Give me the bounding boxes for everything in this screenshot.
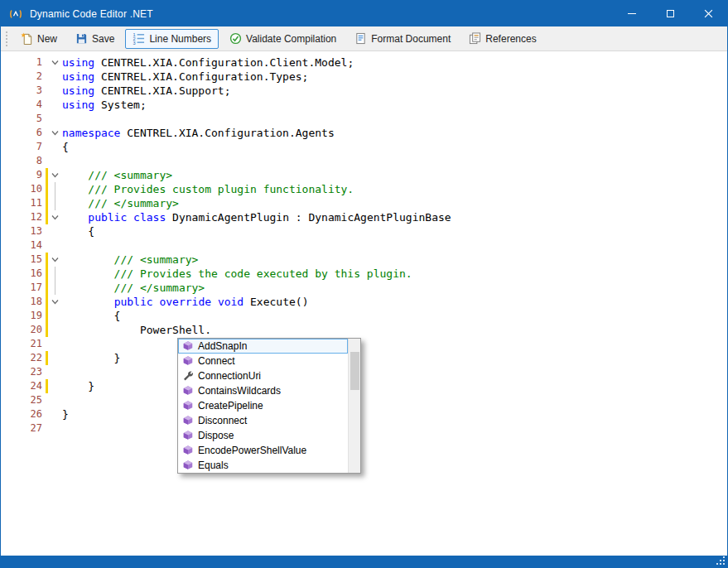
autocomplete-popup: AddSnapInConnectConnectionUriContainsWil… (177, 338, 361, 474)
code-text: { (62, 309, 120, 323)
code-editor[interactable]: 1using CENTREL.XIA.Configuration.Client.… (2, 51, 726, 556)
autocomplete-item[interactable]: AddSnapIn (178, 339, 348, 354)
toolbar-button-validate-compilation[interactable]: Validate Compilation (222, 29, 344, 49)
autocomplete-scrollbar[interactable] (348, 339, 360, 473)
code-line[interactable]: 22 } (2, 351, 726, 365)
code-line[interactable]: 27 (2, 421, 726, 436)
code-line[interactable]: 14 (2, 238, 726, 253)
code-line[interactable]: 23 (2, 365, 726, 379)
code-line[interactable]: 8 (2, 154, 726, 168)
code-text: /// </summary> (62, 196, 179, 210)
fold-toggle-icon[interactable] (48, 126, 62, 140)
code-text: using CENTREL.XIA.Configuration.Types; (62, 70, 308, 84)
toolbar-button-save[interactable]: Save (68, 29, 122, 49)
code-line[interactable]: 21 (2, 337, 726, 351)
code-text: using CENTREL.XIA.Support; (62, 84, 231, 98)
references-icon (469, 32, 481, 45)
autocomplete-item[interactable]: Equals (178, 458, 348, 473)
code-line[interactable]: 11 /// </summary> (2, 196, 726, 210)
autocomplete-item-label: Dispose (198, 430, 234, 441)
code-line[interactable]: 13 { (2, 224, 726, 238)
svg-text:3: 3 (133, 41, 136, 45)
fold-toggle-icon[interactable] (48, 210, 62, 224)
line-number: 5 (5, 112, 42, 126)
code-line[interactable]: 12 public class DynamicAgentPlugin : Dyn… (2, 210, 726, 224)
code-keyword: class (133, 211, 166, 224)
status-bar (1, 556, 727, 567)
code-text: { (62, 140, 69, 154)
close-button[interactable] (689, 1, 727, 26)
line-number: 4 (5, 98, 42, 112)
titlebar: Dynamic Code Editor .NET (1, 1, 727, 26)
code-plain: CENTREL.XIA.Configuration.Agents (120, 127, 334, 139)
code-line[interactable]: 25 (2, 393, 726, 407)
autocomplete-item[interactable]: Connect (178, 354, 348, 368)
fold-region-line (48, 267, 62, 281)
line-number: 12 (5, 210, 42, 224)
line-number: 15 (5, 253, 42, 267)
autocomplete-item[interactable]: Disconnect (178, 413, 348, 428)
code-plain: { (62, 310, 120, 322)
autocomplete-item[interactable]: EncodePowerShellValue (178, 443, 348, 458)
minimize-button[interactable] (613, 1, 651, 26)
code-line[interactable]: 24 } (2, 379, 726, 393)
toolbar-button-new[interactable]: New (13, 29, 65, 49)
autocomplete-item[interactable]: Dispose (178, 428, 348, 443)
code-line[interactable]: 16 /// Provides the code executed by thi… (2, 267, 726, 281)
code-line[interactable]: 1using CENTREL.XIA.Configuration.Client.… (2, 55, 726, 70)
code-line[interactable]: 2using CENTREL.XIA.Configuration.Types; (2, 70, 726, 84)
fold-spacer (48, 421, 62, 436)
code-line[interactable]: 6namespace CENTREL.XIA.Configuration.Age… (2, 126, 726, 140)
code-plain: DynamicAgentPlugin : DynamicAgentPluginB… (166, 211, 451, 224)
autocomplete-item[interactable]: ConnectionUri (178, 368, 348, 383)
code-text: PowerShell. (62, 323, 211, 337)
toolbar-button-references[interactable]: References (461, 29, 543, 49)
line-number: 16 (5, 267, 42, 281)
method-icon (181, 445, 194, 456)
maximize-button[interactable] (651, 1, 689, 26)
code-line[interactable]: 7{ (2, 140, 726, 154)
scrollbar-thumb[interactable] (350, 352, 359, 390)
autocomplete-item-label: Equals (198, 460, 229, 471)
code-plain (62, 296, 114, 308)
code-line[interactable]: 20 PowerShell. (2, 323, 726, 337)
code-comment: /// <summary> (62, 169, 172, 181)
code-comment: /// Provides the code executed by this p… (62, 267, 412, 280)
code-line[interactable]: 18 public override void Execute() (2, 295, 726, 309)
fold-spacer (48, 393, 62, 407)
code-line[interactable]: 19 { (2, 309, 726, 323)
code-text: /// </summary> (62, 281, 205, 295)
code-keyword: using (62, 56, 94, 69)
toolbar-button-format-document[interactable]: Format Document (347, 29, 458, 49)
code-line[interactable]: 15 /// <summary> (2, 253, 726, 267)
app-icon (9, 7, 22, 21)
code-line[interactable]: 10 /// Provides custom plugin functional… (2, 182, 726, 196)
code-plain (211, 296, 218, 308)
window-title: Dynamic Code Editor .NET (30, 8, 613, 20)
toolbar-button-label: References (485, 33, 536, 45)
autocomplete-list: AddSnapInConnectConnectionUriContainsWil… (178, 339, 348, 473)
code-comment: /// Provides custom plugin functionality… (62, 183, 354, 195)
line-number: 2 (5, 70, 42, 84)
autocomplete-item[interactable]: ContainsWildcards (178, 383, 348, 398)
fold-toggle-icon[interactable] (48, 295, 62, 309)
code-line[interactable]: 17 /// </summary> (2, 281, 726, 295)
code-line[interactable]: 3using CENTREL.XIA.Support; (2, 84, 726, 98)
fold-spacer (48, 337, 62, 351)
resize-grip-icon[interactable] (716, 556, 726, 566)
fold-toggle-icon[interactable] (48, 253, 62, 267)
fold-toggle-icon[interactable] (48, 168, 62, 182)
method-icon (181, 430, 194, 441)
code-text: } (62, 407, 69, 421)
autocomplete-item[interactable]: CreatePipeline (178, 398, 348, 413)
fold-toggle-icon[interactable] (48, 55, 62, 70)
code-line[interactable]: 26} (2, 407, 726, 421)
toolbar-button-line-numbers[interactable]: 123Line Numbers (125, 29, 219, 49)
code-line[interactable]: 5 (2, 112, 726, 126)
code-plain: { (62, 225, 94, 238)
line-number: 23 (5, 365, 42, 379)
autocomplete-item-label: AddSnapIn (198, 340, 247, 352)
method-icon (181, 340, 194, 352)
code-line[interactable]: 4using System; (2, 98, 726, 112)
code-line[interactable]: 9 /// <summary> (2, 168, 726, 182)
